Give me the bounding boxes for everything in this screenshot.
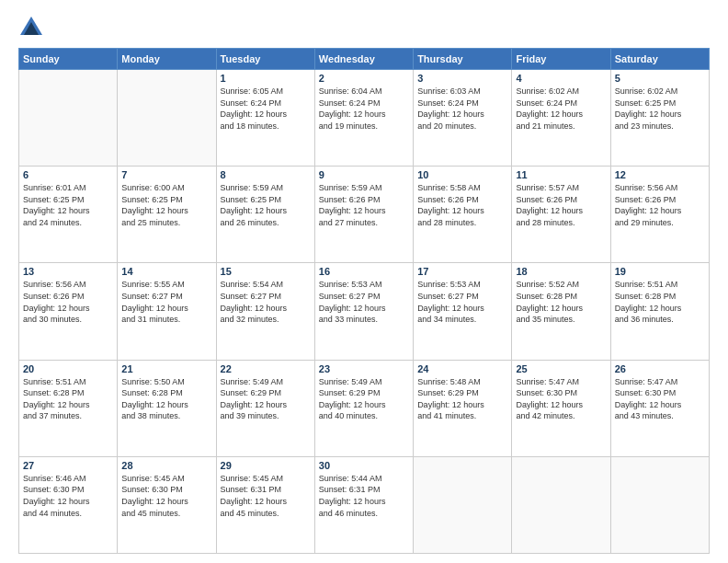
calendar-cell: 3Sunrise: 6:03 AM Sunset: 6:24 PM Daylig… <box>414 70 512 167</box>
day-info: Sunrise: 5:44 AM Sunset: 6:31 PM Dayligh… <box>319 473 409 519</box>
day-number: 3 <box>417 73 507 84</box>
calendar-cell: 20Sunrise: 5:51 AM Sunset: 6:28 PM Dayli… <box>19 360 118 456</box>
calendar-cell: 14Sunrise: 5:55 AM Sunset: 6:27 PM Dayli… <box>118 263 216 360</box>
day-info: Sunrise: 5:59 AM Sunset: 6:26 PM Dayligh… <box>319 182 409 228</box>
day-info: Sunrise: 5:55 AM Sunset: 6:27 PM Dayligh… <box>121 279 211 325</box>
calendar-header-row: SundayMondayTuesdayWednesdayThursdayFrid… <box>19 49 710 70</box>
day-number: 30 <box>319 460 409 471</box>
day-number: 22 <box>221 363 311 374</box>
calendar-cell <box>118 70 216 167</box>
calendar-cell: 9Sunrise: 5:59 AM Sunset: 6:26 PM Daylig… <box>314 167 413 263</box>
calendar-cell: 22Sunrise: 5:49 AM Sunset: 6:29 PM Dayli… <box>216 360 314 456</box>
day-number: 17 <box>417 266 507 277</box>
calendar-cell: 6Sunrise: 6:01 AM Sunset: 6:25 PM Daylig… <box>19 167 118 263</box>
calendar-cell <box>610 456 709 553</box>
day-number: 9 <box>319 169 409 180</box>
calendar-cell <box>512 456 610 553</box>
day-number: 1 <box>221 73 311 84</box>
day-number: 11 <box>516 169 606 180</box>
calendar-cell: 28Sunrise: 5:45 AM Sunset: 6:30 PM Dayli… <box>118 456 216 553</box>
calendar-week-4: 27Sunrise: 5:46 AM Sunset: 6:30 PM Dayli… <box>19 456 710 553</box>
day-info: Sunrise: 5:51 AM Sunset: 6:28 PM Dayligh… <box>615 279 705 325</box>
calendar-week-0: 1Sunrise: 6:05 AM Sunset: 6:24 PM Daylig… <box>19 70 710 167</box>
day-info: Sunrise: 6:05 AM Sunset: 6:24 PM Dayligh… <box>221 86 311 132</box>
day-info: Sunrise: 5:53 AM Sunset: 6:27 PM Dayligh… <box>319 279 409 325</box>
day-info: Sunrise: 5:49 AM Sunset: 6:29 PM Dayligh… <box>221 376 311 422</box>
calendar-cell <box>414 456 512 553</box>
calendar-header-monday: Monday <box>118 49 216 70</box>
calendar-cell: 5Sunrise: 6:02 AM Sunset: 6:25 PM Daylig… <box>610 70 709 167</box>
day-number: 16 <box>319 266 409 277</box>
day-info: Sunrise: 6:02 AM Sunset: 6:24 PM Dayligh… <box>516 86 606 132</box>
day-number: 6 <box>23 169 113 180</box>
calendar-cell: 24Sunrise: 5:48 AM Sunset: 6:29 PM Dayli… <box>414 360 512 456</box>
day-number: 18 <box>516 266 606 277</box>
day-number: 23 <box>319 363 409 374</box>
day-info: Sunrise: 5:52 AM Sunset: 6:28 PM Dayligh… <box>516 279 606 325</box>
logo-icon <box>18 15 44 40</box>
day-number: 20 <box>23 363 113 374</box>
day-number: 28 <box>121 460 211 471</box>
calendar-cell: 12Sunrise: 5:56 AM Sunset: 6:26 PM Dayli… <box>610 167 709 263</box>
day-info: Sunrise: 5:56 AM Sunset: 6:26 PM Dayligh… <box>615 182 705 228</box>
day-number: 29 <box>221 460 311 471</box>
calendar-cell <box>19 70 118 167</box>
page: SundayMondayTuesdayWednesdayThursdayFrid… <box>0 0 728 563</box>
day-number: 7 <box>121 169 211 180</box>
calendar-cell: 4Sunrise: 6:02 AM Sunset: 6:24 PM Daylig… <box>512 70 610 167</box>
day-info: Sunrise: 6:03 AM Sunset: 6:24 PM Dayligh… <box>417 86 507 132</box>
day-info: Sunrise: 5:47 AM Sunset: 6:30 PM Dayligh… <box>516 376 606 422</box>
calendar-cell: 8Sunrise: 5:59 AM Sunset: 6:25 PM Daylig… <box>216 167 314 263</box>
calendar-cell: 19Sunrise: 5:51 AM Sunset: 6:28 PM Dayli… <box>610 263 709 360</box>
day-info: Sunrise: 5:48 AM Sunset: 6:29 PM Dayligh… <box>417 376 507 422</box>
calendar-cell: 18Sunrise: 5:52 AM Sunset: 6:28 PM Dayli… <box>512 263 610 360</box>
day-number: 15 <box>221 266 311 277</box>
day-info: Sunrise: 6:01 AM Sunset: 6:25 PM Dayligh… <box>23 182 113 228</box>
day-number: 25 <box>516 363 606 374</box>
day-number: 12 <box>615 169 705 180</box>
day-number: 14 <box>121 266 211 277</box>
day-info: Sunrise: 5:56 AM Sunset: 6:26 PM Dayligh… <box>23 279 113 325</box>
calendar-cell: 26Sunrise: 5:47 AM Sunset: 6:30 PM Dayli… <box>610 360 709 456</box>
calendar-week-3: 20Sunrise: 5:51 AM Sunset: 6:28 PM Dayli… <box>19 360 710 456</box>
day-info: Sunrise: 5:47 AM Sunset: 6:30 PM Dayligh… <box>615 376 705 422</box>
calendar-cell: 16Sunrise: 5:53 AM Sunset: 6:27 PM Dayli… <box>314 263 413 360</box>
day-info: Sunrise: 5:45 AM Sunset: 6:31 PM Dayligh… <box>221 473 311 519</box>
day-number: 8 <box>221 169 311 180</box>
calendar-header-thursday: Thursday <box>414 49 512 70</box>
day-number: 27 <box>23 460 113 471</box>
day-info: Sunrise: 5:46 AM Sunset: 6:30 PM Dayligh… <box>23 473 113 519</box>
day-info: Sunrise: 5:50 AM Sunset: 6:28 PM Dayligh… <box>121 376 211 422</box>
calendar-cell: 17Sunrise: 5:53 AM Sunset: 6:27 PM Dayli… <box>414 263 512 360</box>
header <box>18 15 710 40</box>
day-info: Sunrise: 6:02 AM Sunset: 6:25 PM Dayligh… <box>615 86 705 132</box>
calendar-cell: 7Sunrise: 6:00 AM Sunset: 6:25 PM Daylig… <box>118 167 216 263</box>
calendar-header-wednesday: Wednesday <box>314 49 413 70</box>
calendar-cell: 25Sunrise: 5:47 AM Sunset: 6:30 PM Dayli… <box>512 360 610 456</box>
calendar: SundayMondayTuesdayWednesdayThursdayFrid… <box>18 48 710 554</box>
calendar-week-1: 6Sunrise: 6:01 AM Sunset: 6:25 PM Daylig… <box>19 167 710 263</box>
calendar-cell: 30Sunrise: 5:44 AM Sunset: 6:31 PM Dayli… <box>314 456 413 553</box>
day-number: 10 <box>417 169 507 180</box>
calendar-header-tuesday: Tuesday <box>216 49 314 70</box>
day-number: 4 <box>516 73 606 84</box>
day-info: Sunrise: 5:49 AM Sunset: 6:29 PM Dayligh… <box>319 376 409 422</box>
calendar-cell: 29Sunrise: 5:45 AM Sunset: 6:31 PM Dayli… <box>216 456 314 553</box>
calendar-cell: 21Sunrise: 5:50 AM Sunset: 6:28 PM Dayli… <box>118 360 216 456</box>
day-number: 19 <box>615 266 705 277</box>
calendar-cell: 27Sunrise: 5:46 AM Sunset: 6:30 PM Dayli… <box>19 456 118 553</box>
calendar-header-saturday: Saturday <box>610 49 709 70</box>
calendar-cell: 23Sunrise: 5:49 AM Sunset: 6:29 PM Dayli… <box>314 360 413 456</box>
day-info: Sunrise: 5:59 AM Sunset: 6:25 PM Dayligh… <box>221 182 311 228</box>
calendar-cell: 13Sunrise: 5:56 AM Sunset: 6:26 PM Dayli… <box>19 263 118 360</box>
day-number: 21 <box>121 363 211 374</box>
day-info: Sunrise: 6:04 AM Sunset: 6:24 PM Dayligh… <box>319 86 409 132</box>
calendar-header-sunday: Sunday <box>19 49 118 70</box>
day-info: Sunrise: 5:58 AM Sunset: 6:26 PM Dayligh… <box>417 182 507 228</box>
day-number: 5 <box>615 73 705 84</box>
day-number: 24 <box>417 363 507 374</box>
calendar-cell: 15Sunrise: 5:54 AM Sunset: 6:27 PM Dayli… <box>216 263 314 360</box>
day-info: Sunrise: 5:54 AM Sunset: 6:27 PM Dayligh… <box>221 279 311 325</box>
day-number: 26 <box>615 363 705 374</box>
day-info: Sunrise: 5:57 AM Sunset: 6:26 PM Dayligh… <box>516 182 606 228</box>
